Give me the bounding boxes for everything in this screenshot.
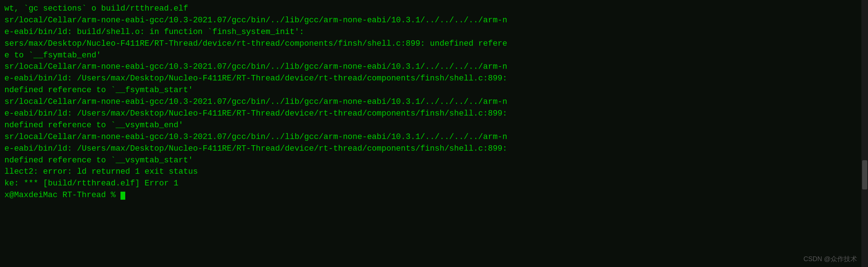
terminal-error-line: sr/local/Cellar/arm-none-eabi-gcc/10.3-2… <box>4 131 857 143</box>
scrollbar[interactable] <box>861 0 868 267</box>
scrollbar-thumb[interactable] <box>862 160 867 189</box>
terminal-error-line: wt, `gc sections` o build/rtthread.elf <box>4 3 857 15</box>
terminal-prompt-line: x@MaxdeiMac RT-Thread % <box>4 189 857 201</box>
terminal-error-line: ndefined reference to `__vsymtab_end' <box>4 120 857 131</box>
terminal-error-line: e-eabi/bin/ld: /Users/max/Desktop/Nucleo… <box>4 73 857 84</box>
terminal-error-line: llect2: error: ld returned 1 exit status <box>4 166 857 178</box>
terminal-window: wt, `gc sections` o build/rtthread.elfsr… <box>0 0 868 267</box>
terminal-output[interactable]: wt, `gc sections` o build/rtthread.elfsr… <box>0 0 861 267</box>
terminal-error-line: ndefined reference to `__fsymtab_start' <box>4 84 857 96</box>
terminal-error-line: sr/local/Cellar/arm-none-eabi-gcc/10.3-2… <box>4 61 857 73</box>
terminal-cursor <box>120 192 125 200</box>
terminal-error-line: ke: *** [build/rtthread.elf] Error 1 <box>4 178 857 189</box>
terminal-error-line: ndefined reference to `__vsymtab_start' <box>4 155 857 166</box>
terminal-error-line: e-eabi/bin/ld: build/shell.o: in functio… <box>4 26 857 38</box>
terminal-error-line: e-eabi/bin/ld: /Users/max/Desktop/Nucleo… <box>4 143 857 155</box>
terminal-error-line: sr/local/Cellar/arm-none-eabi-gcc/10.3-2… <box>4 15 857 26</box>
terminal-error-line: sers/max/Desktop/Nucleo-F411RE/RT-Thread… <box>4 38 857 50</box>
terminal-error-line: e-eabi/bin/ld: /Users/max/Desktop/Nucleo… <box>4 108 857 120</box>
watermark: CSDN @众作技术 <box>804 255 857 263</box>
terminal-error-line: e to `__fsymtab_end' <box>4 50 857 61</box>
terminal-error-line: sr/local/Cellar/arm-none-eabi-gcc/10.3-2… <box>4 96 857 108</box>
